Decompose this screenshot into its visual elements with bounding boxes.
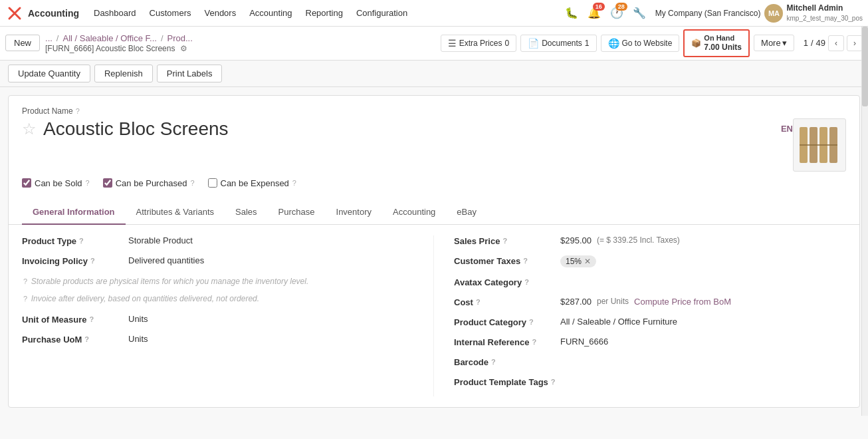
sales-price-amount[interactable]: $295.00	[560, 235, 592, 245]
tab-purchase[interactable]: Purchase	[268, 200, 326, 225]
cost-amount[interactable]: $287.00	[560, 297, 592, 307]
tab-ebay[interactable]: eBay	[446, 200, 487, 225]
user-avatar: MA	[764, 4, 783, 23]
product-category-help-icon[interactable]: ?	[529, 318, 534, 326]
unit-of-measure-value[interactable]: Units	[128, 314, 413, 324]
cost-label: Cost ?	[454, 297, 560, 307]
can-be-purchased-checkbox[interactable]: Can be Purchased ?	[103, 178, 195, 188]
new-button[interactable]: New	[5, 35, 40, 51]
favorite-star-icon[interactable]: ☆	[22, 120, 37, 138]
replenish-button[interactable]: Replenish	[94, 65, 153, 82]
tab-inventory[interactable]: Inventory	[326, 200, 382, 225]
breadcrumb-link1[interactable]: All / Saleable / Office F...	[62, 33, 156, 43]
extra-prices-count: 0	[504, 39, 509, 48]
invoicing-policy-help-icon[interactable]: ?	[90, 257, 95, 265]
sales-price-incl: (= $ 339.25 Incl. Taxes)	[597, 235, 680, 245]
go-to-website-button[interactable]: 🌐 Go to Website	[601, 35, 680, 52]
product-category-label: Product Category ?	[454, 317, 560, 327]
en-language-badge[interactable]: EN	[781, 124, 793, 134]
product-name-label: Product Name ?	[22, 106, 846, 116]
extra-prices-button[interactable]: ☰ Extra Prices 0	[441, 35, 516, 52]
extra-prices-label: Extra Prices	[459, 39, 502, 48]
nav-reporting[interactable]: Reporting	[299, 0, 350, 27]
more-button[interactable]: More ▾	[754, 35, 794, 51]
top-navigation: Accounting Dashboard Customers Vendors A…	[0, 0, 868, 27]
tab-sales[interactable]: Sales	[225, 200, 268, 225]
customer-taxes-help-icon[interactable]: ?	[523, 257, 528, 265]
cost-value: $287.00 per Units Compute Price from BoM	[560, 297, 846, 307]
nav-vendors[interactable]: Vendors	[197, 0, 243, 27]
debug-icon[interactable]: 🐛	[562, 4, 581, 23]
clock-icon[interactable]: 🕐 28	[607, 4, 626, 23]
tab-general-information[interactable]: General Information	[22, 200, 126, 225]
nav-customers[interactable]: Customers	[143, 0, 198, 27]
sales-price-help-icon[interactable]: ?	[502, 237, 507, 245]
pagination-next[interactable]: ›	[847, 35, 863, 51]
nav-right: 🐛 🔔 16 🕐 28 🔧 My Company (San Francisco)…	[562, 3, 863, 23]
clock-badge: 28	[615, 3, 627, 11]
tax-remove-icon[interactable]: ✕	[584, 257, 591, 266]
tax-badge[interactable]: 15% ✕	[560, 255, 596, 267]
form-left: Product Type ? Storable Product Invoicin…	[22, 235, 434, 396]
breadcrumb-sep2: /	[161, 33, 163, 43]
cost-row: Cost ? $287.00 per Units Compute Price f…	[454, 297, 846, 307]
internal-ref-help-icon[interactable]: ?	[532, 338, 536, 346]
product-type-value[interactable]: Storable Product	[128, 235, 413, 245]
notifications-icon[interactable]: 🔔 16	[585, 4, 603, 23]
product-type-help-icon[interactable]: ?	[79, 237, 84, 245]
wrench-icon[interactable]: 🔧	[630, 4, 649, 23]
unit-of-measure-help-icon[interactable]: ?	[90, 315, 94, 323]
nav-configuration[interactable]: Configuration	[350, 0, 414, 27]
print-labels-button[interactable]: Print Labels	[157, 65, 223, 82]
can-be-expensed-help[interactable]: ?	[292, 179, 296, 187]
avatax-help-icon[interactable]: ?	[524, 278, 529, 286]
invoicing-policy-value[interactable]: Delivered quantities	[128, 255, 413, 265]
product-type-row: Product Type ? Storable Product	[22, 235, 413, 246]
unit-of-measure-row: Unit of Measure ? Units	[22, 314, 413, 325]
user-sub: kmp_2_test_may_30_pos	[786, 14, 863, 23]
scrollbar-thumb[interactable]	[862, 27, 868, 106]
product-category-value[interactable]: All / Saleable / Office Furniture	[560, 317, 846, 327]
toolbar: Update Quantity Replenish Print Labels	[0, 61, 868, 87]
unit-of-measure-label: Unit of Measure ?	[22, 314, 128, 325]
user-menu[interactable]: MA Mitchell Admin kmp_2_test_may_30_pos	[764, 3, 863, 23]
breadcrumb-sep1: /	[56, 33, 59, 43]
help-text-2: Invoice after delivery, based on quantit…	[30, 294, 259, 303]
product-name-help-icon[interactable]: ?	[76, 107, 80, 115]
update-quantity-button[interactable]: Update Quantity	[8, 65, 90, 82]
internal-reference-value[interactable]: FURN_6666	[560, 337, 846, 347]
breadcrumb-ellipsis[interactable]: ...	[45, 33, 53, 43]
company-name[interactable]: My Company (San Francisco)	[655, 9, 761, 18]
can-be-sold-checkbox[interactable]: Can be Sold ?	[22, 178, 90, 188]
gear-icon[interactable]: ⚙	[180, 44, 187, 53]
help-icon-1[interactable]: ?	[23, 277, 27, 285]
can-be-expensed-checkbox[interactable]: Can be Expensed ?	[208, 178, 296, 188]
avatax-label: Avatax Category ?	[454, 277, 560, 287]
can-be-purchased-help[interactable]: ?	[190, 179, 194, 187]
internal-reference-label: Internal Reference ?	[454, 337, 560, 347]
main-content: Product Name ? ☆ Acoustic Bloc Screens E…	[8, 95, 860, 408]
tab-attributes-variants[interactable]: Attributes & Variants	[126, 200, 225, 225]
purchase-uom-value[interactable]: Units	[128, 334, 413, 344]
purchase-uom-help-icon[interactable]: ?	[84, 335, 89, 343]
product-template-tags-help-icon[interactable]: ?	[551, 378, 556, 386]
help-text-1: Storable products are physical items for…	[30, 277, 309, 286]
scrollbar-track[interactable]	[861, 27, 868, 416]
app-logo[interactable]	[5, 4, 24, 23]
cost-help-icon[interactable]: ?	[476, 298, 481, 306]
compute-price-link[interactable]: Compute Price from BoM	[634, 297, 731, 307]
barcode-row: Barcode ?	[454, 357, 846, 367]
nav-dashboard[interactable]: Dashboard	[87, 0, 143, 27]
pagination-prev[interactable]: ‹	[828, 35, 844, 51]
breadcrumb-link2[interactable]: Prod...	[167, 33, 193, 43]
on-hand-button[interactable]: 📦 On Hand 7.00 Units	[683, 29, 750, 57]
sales-price-label: Sales Price ?	[454, 235, 560, 246]
documents-label: Documents	[542, 39, 582, 48]
help-icon-2[interactable]: ?	[23, 295, 27, 303]
can-be-sold-help[interactable]: ?	[86, 179, 90, 187]
on-hand-value: 7.00 Units	[704, 43, 742, 53]
tab-accounting[interactable]: Accounting	[382, 200, 446, 225]
barcode-help-icon[interactable]: ?	[491, 358, 496, 366]
nav-accounting[interactable]: Accounting	[243, 0, 298, 27]
documents-button[interactable]: 📄 Documents 1	[520, 35, 596, 52]
